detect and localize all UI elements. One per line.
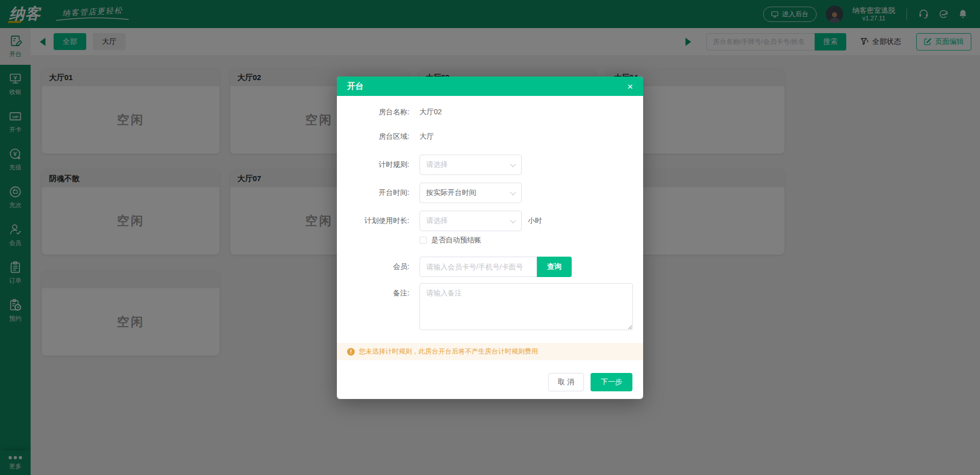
auto-prebill-label: 是否自动预结账 — [431, 236, 481, 245]
chevron-down-icon — [510, 189, 516, 195]
warning-banner: ! 您未选择计时规则，此房台开台后将不产生房台计时规则费用 — [337, 343, 643, 360]
dialog-header: 开台 × — [337, 77, 643, 96]
room-name-label: 房台名称: — [347, 108, 409, 117]
warning-icon: ! — [347, 348, 355, 356]
remark-label: 备注: — [347, 289, 409, 298]
room-area-row: 房台区域: 大厅 — [347, 132, 633, 142]
timing-rule-placeholder: 请选择 — [426, 160, 448, 169]
timing-rule-select[interactable]: 请选择 — [420, 155, 522, 175]
open-time-label: 开台时间: — [347, 188, 409, 197]
member-input[interactable] — [420, 257, 537, 277]
open-time-row: 开台时间: 按实际开台时间 — [347, 183, 633, 203]
auto-prebill-checkbox[interactable] — [420, 237, 427, 244]
remark-row: 备注: — [347, 283, 633, 330]
planned-duration-row: 计划使用时长: 请选择 小时 — [347, 211, 633, 231]
timing-rule-row: 计时规则: 请选择 — [347, 155, 633, 175]
dialog-title: 开台 — [347, 81, 363, 92]
member-row: 会员: 查询 — [347, 257, 633, 277]
open-table-dialog: 开台 × 房台名称: 大厅02 房台区域: 大厅 计时规则: 请选择 开台时间:… — [337, 77, 643, 399]
room-name-value: 大厅02 — [420, 108, 442, 117]
open-time-select[interactable]: 按实际开台时间 — [420, 183, 522, 203]
next-step-button[interactable]: 下一步 — [591, 373, 632, 391]
warning-text: 您未选择计时规则，此房台开台后将不产生房台计时规则费用 — [359, 347, 538, 356]
open-time-value: 按实际开台时间 — [426, 188, 476, 197]
cancel-button[interactable]: 取 消 — [548, 373, 584, 391]
member-query-button[interactable]: 查询 — [537, 257, 572, 277]
room-area-label: 房台区域: — [347, 132, 409, 141]
auto-prebill-row: 是否自动预结账 — [420, 235, 633, 245]
planned-duration-placeholder: 请选择 — [426, 216, 448, 226]
duration-unit-label: 小时 — [528, 216, 542, 226]
planned-duration-select[interactable]: 请选择 — [420, 211, 522, 231]
close-icon[interactable]: × — [627, 82, 633, 91]
member-label: 会员: — [347, 262, 409, 271]
planned-duration-label: 计划使用时长: — [347, 216, 409, 226]
room-area-value: 大厅 — [420, 132, 434, 141]
chevron-down-icon — [510, 217, 516, 223]
timing-rule-label: 计时规则: — [347, 160, 409, 169]
dialog-footer: 取 消 下一步 — [337, 360, 643, 399]
room-name-row: 房台名称: 大厅02 — [347, 107, 633, 117]
remark-textarea[interactable] — [420, 283, 633, 330]
chevron-down-icon — [510, 161, 516, 167]
